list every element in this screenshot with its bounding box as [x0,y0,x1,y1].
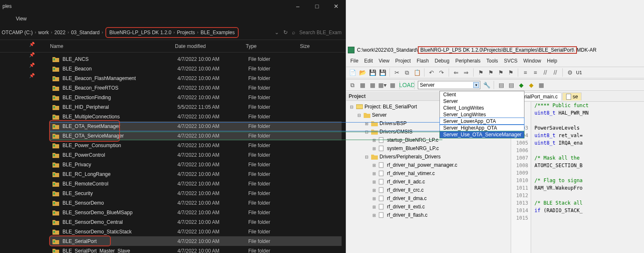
tree-toggle-icon[interactable]: ⊞ [371,213,377,218]
menu-window[interactable]: Window [523,58,541,64]
code-line[interactable] [534,169,644,177]
folder-row[interactable]: BLE_SensorDemo_Central4/7/2022 10:00 AMF… [50,217,342,227]
menu-help[interactable]: Help [547,58,557,64]
folder-row[interactable]: BLE_SensorDemo_StaticStack4/7/2022 10:00… [50,227,342,236]
menu-view[interactable]: View [12,14,31,23]
dropdown-item[interactable]: Client_LongWrites [440,105,524,111]
code-line[interactable]: RAM_VR.WakeupFro [534,184,644,192]
tree-toggle-icon[interactable]: ⊞ [364,121,369,126]
crumb-projects[interactable]: Projects [177,30,195,35]
tree-toggle-icon[interactable]: ⊞ [371,138,377,143]
folder-row[interactable]: BLE_SerialPort_Master_Slave4/7/2022 10:0… [50,246,342,253]
menu-tools[interactable]: Tools [487,58,498,64]
code-line[interactable]: /* Mask all the [534,154,644,162]
code-line[interactable]: uint8_t IRQA_ena [534,139,644,147]
folder-row[interactable]: BLE_MultipleConnections4/7/2022 10:00 AM… [50,112,342,121]
folder-row[interactable]: BLE_Beacon4/7/2022 10:00 AMFile folder [50,64,342,73]
dropdown-item[interactable]: Server [440,98,524,105]
manage-rtx-icon[interactable]: ▤ [507,81,515,89]
tree-toggle-icon[interactable]: ⊞ [371,188,377,193]
stop-build-icon[interactable]: ▦ [389,81,396,89]
folder-row[interactable]: BLE_Security4/7/2022 10:00 AMFile folder [50,188,342,198]
manage-icon[interactable]: ▤ [497,81,505,89]
build-target-icon[interactable]: ▦ [359,81,366,89]
tree-toggle-icon[interactable]: ⊞ [371,205,377,209]
pack-install-icon[interactable]: ◆ [527,81,535,89]
refresh-icon[interactable]: ↻ [283,29,288,35]
tree-toggle-icon[interactable]: ⊞ [371,196,377,201]
tree-toggle-icon[interactable]: ⊞ [371,180,377,184]
open-folder-icon[interactable]: 📂 [359,69,366,76]
folder-row[interactable]: BLE_ANCS4/7/2022 10:00 AMFile folder [50,54,342,64]
tree-file[interactable]: ⊞rf_driver_ll_exti.c [346,203,511,211]
copy-icon[interactable]: ⧉ [403,69,411,76]
nav-fwd-icon[interactable]: ⇒ [462,69,470,76]
menu-file[interactable]: File [350,58,358,64]
undo-icon[interactable]: ↶ [428,69,435,76]
dropdown-item[interactable]: Client [440,91,524,98]
folder-row[interactable]: BLE_RemoteControl4/7/2022 10:00 AMFile f… [50,179,342,188]
close-button[interactable]: ✕ [327,0,346,13]
crumb-examples[interactable]: BLE_Examples [200,30,235,35]
folder-row[interactable]: BLE_PowerControl4/7/2022 10:00 AMFile fo… [50,150,342,160]
menu-peripherals[interactable]: Peripherals [455,58,481,64]
bookmark-next-icon[interactable]: ⚑ [497,69,504,76]
tab-second[interactable]: se [562,93,582,100]
pin-icon[interactable]: 📌 [29,73,35,78]
indent-icon[interactable]: ≡ [522,69,529,76]
crumb-work[interactable]: work [38,30,49,35]
tree-file[interactable]: ⊞rf_driver_ll_adc.c [346,178,511,186]
folder-row[interactable]: BLE_SensorDemo4/7/2022 10:00 AMFile fold… [50,198,342,208]
tree-file[interactable]: ⊞system_BlueNRG_LP.c [346,144,511,153]
target-dropdown[interactable]: ClientServerClient_LongWritesServer_Long… [439,91,524,138]
pin-icon[interactable]: 📌 [29,52,35,58]
menu-flash[interactable]: Flash [417,58,429,64]
menu-svcs[interactable]: SVCS [504,58,518,64]
col-date[interactable]: Date modified [175,43,246,49]
dropdown-item[interactable]: Server_Use_OTA_ServiceManager [440,131,524,138]
col-size[interactable]: Size [300,43,333,49]
bookmark-prev-icon[interactable]: ⚑ [487,69,494,76]
menu-edit[interactable]: Edit [364,58,373,64]
download-icon[interactable]: LOAD [403,81,411,89]
code-line[interactable] [534,214,644,222]
code-line[interactable]: /**** Public funct [534,102,644,109]
rebuild-icon[interactable]: ▦ [369,81,376,89]
maximize-button[interactable]: □ [307,0,327,13]
col-type[interactable]: Type [246,43,300,49]
code-editor[interactable]: 1003100410051006100710081009101010111012… [511,102,644,253]
tree-file[interactable]: ⊞rf_driver_ll_crc.c [346,186,511,194]
dropdown-item[interactable]: Server_HigherApp_OTA [440,125,524,131]
folder-row[interactable]: BLE_SerialPort4/7/2022 10:00 AMFile fold… [50,236,342,246]
code-line[interactable]: /* Flag to signa [534,177,644,184]
cut-icon[interactable]: ✂ [393,69,401,76]
tree-toggle-icon[interactable]: ⊟ [364,155,369,159]
folder-row[interactable]: BLE_Power_Consumption4/7/2022 10:00 AMFi… [50,140,342,150]
folder-row[interactable]: BLE_OTA_ServiceManager4/7/2022 10:00 AMF… [50,131,342,140]
code-line[interactable] [534,192,644,199]
new-file-icon[interactable]: 📄 [349,69,356,76]
redo-icon[interactable]: ↷ [438,69,445,76]
folder-row[interactable]: BLE_OTA_ResetManager4/7/2022 10:00 AMFil… [50,121,342,131]
configure-icon[interactable]: ⚙ [566,69,574,76]
chevron-down-icon[interactable]: ⌄ [275,29,279,35]
uncomment-icon[interactable]: // [552,69,559,76]
tree-file[interactable]: ⊞rf_driver_hal_vtimer.c [346,169,511,178]
paste-icon[interactable]: 📋 [413,69,421,76]
target-select[interactable]: Server ▾ [418,81,480,89]
menu-view[interactable]: View [379,58,389,64]
books-icon[interactable]: ▦ [537,81,545,89]
tree-file[interactable]: ⊞rf_driver_ll_dma.c [346,194,511,203]
folder-row[interactable]: BLE_Beacon_FlashManagement4/7/2022 10:00… [50,73,342,83]
code-line[interactable]: if (RADIO_STACK_ [534,207,644,214]
menu-project[interactable]: Project [395,58,411,64]
code-line[interactable]: /* BLE Stack all [534,199,644,207]
minimize-button[interactable]: – [288,0,307,13]
pin-icon[interactable]: 📌 [29,42,35,47]
folder-row[interactable]: BLE_SensorDemo_BlueMSapp4/7/2022 10:00 A… [50,208,342,217]
code-line[interactable]: uint8_t ret_val= [534,132,644,139]
nav-back-icon[interactable]: ⇐ [452,69,460,76]
tree-toggle-icon[interactable]: ⊟ [349,105,354,109]
code-line[interactable]: PowerSaveLevels [534,124,644,132]
breadcrumb[interactable]: OTCAMP (C:) › work › 2022 › 03_Standard … [0,27,239,38]
